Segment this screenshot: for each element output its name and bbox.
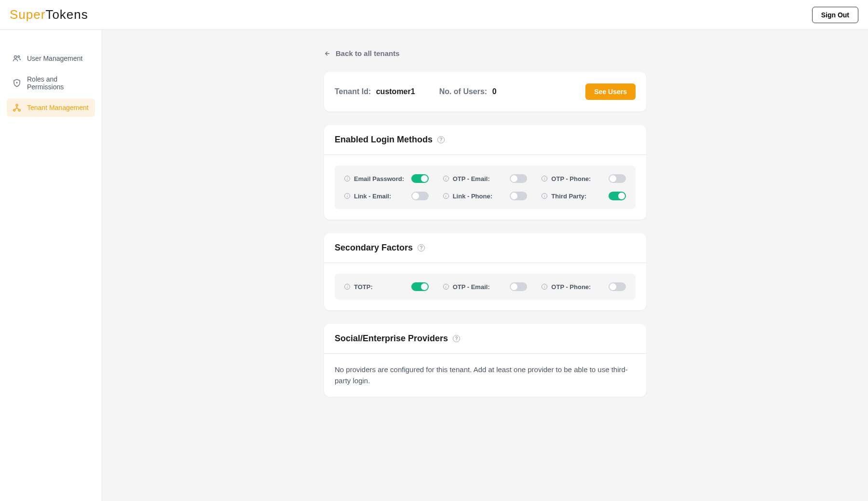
content: Back to all tenants Tenant Id: customer1… [102,30,868,501]
toggle-knob [618,193,625,199]
info-icon[interactable]: i [542,176,547,181]
login-methods-grid: i Email Password: i OTP - Email: [335,166,636,209]
tenant-id-value: customer1 [376,87,415,96]
sidebar: User Management Roles and Permissions Te… [0,30,102,501]
help-icon[interactable]: ? [437,136,445,143]
tenant-header: Tenant Id: customer1 No. of Users: 0 See… [324,72,646,111]
tenant-card: Tenant Id: customer1 No. of Users: 0 See… [324,72,646,111]
help-icon[interactable]: ? [418,244,425,251]
toggle-knob [421,283,428,290]
content-inner: Back to all tenants Tenant Id: customer1… [324,49,646,397]
toggle-label: Link - Email: [354,193,391,200]
toggle-switch-sf-otp-email[interactable] [510,282,527,291]
see-users-button[interactable]: See Users [585,84,636,100]
toggle-knob [511,193,517,199]
toggle-link-phone: i Link - Phone: [443,192,528,200]
toggle-otp-email: i OTP - Email: [443,174,528,183]
toggle-label-wrapper: i Email Password: [344,175,404,182]
toggle-label: Email Password: [354,175,404,182]
sidebar-item-roles[interactable]: Roles and Permissions [7,70,95,96]
info-icon[interactable]: i [443,193,449,199]
info-icon[interactable]: i [344,284,350,290]
logo-suffix: Tokens [45,7,88,22]
toggle-switch-email-password[interactable] [411,174,429,183]
tenant-id-group: Tenant Id: customer1 [335,87,415,96]
toggle-label-wrapper: i OTP - Email: [443,175,490,182]
info-icon[interactable]: i [443,176,449,181]
signout-button[interactable]: Sign Out [812,7,858,23]
toggle-label: OTP - Phone: [551,175,591,182]
login-methods-title: Enabled Login Methods [335,135,433,145]
toggle-knob [412,193,419,199]
toggle-knob [421,175,428,182]
toggle-label-wrapper: i OTP - Phone: [542,283,591,291]
toggle-knob [511,283,517,290]
users-icon [13,54,21,63]
toggle-totp: i TOTP: [344,282,429,291]
info-icon[interactable]: i [443,284,449,290]
toggle-link-email: i Link - Email: [344,192,429,200]
tenant-id-label: Tenant Id: [335,87,371,96]
svg-point-0 [14,56,16,58]
tenant-info: Tenant Id: customer1 No. of Users: 0 [335,87,497,96]
toggle-switch-totp[interactable] [411,282,429,291]
toggle-sf-otp-email: i OTP - Email: [443,282,528,291]
toggle-label: OTP - Phone: [551,283,591,291]
main-container: User Management Roles and Permissions Te… [0,30,868,501]
network-icon [13,103,21,112]
svg-point-1 [18,56,20,57]
login-methods-header: Enabled Login Methods ? [324,125,646,155]
toggle-label-wrapper: i Third Party: [542,193,586,200]
toggle-label-wrapper: i TOTP: [344,283,373,291]
help-icon[interactable]: ? [453,335,460,342]
sidebar-item-users[interactable]: User Management [7,49,95,68]
toggle-third-party: i Third Party: [542,192,626,200]
toggle-switch-sf-otp-phone[interactable] [609,282,626,291]
login-methods-body: i Email Password: i OTP - Email: [324,155,646,220]
arrow-left-icon [324,50,331,57]
toggle-knob [610,175,616,182]
sidebar-item-label: Tenant Management [27,104,89,111]
toggle-switch-third-party[interactable] [609,192,626,200]
secondary-factors-body: i TOTP: i OTP - Email: [324,263,646,310]
toggle-switch-otp-email[interactable] [510,174,527,183]
info-icon[interactable]: i [542,284,547,290]
secondary-factors-title: Secondary Factors [335,243,413,253]
logo: SuperTokens [10,7,88,22]
svg-point-2 [16,83,17,84]
info-icon[interactable]: i [344,176,350,181]
providers-title: Social/Enterprise Providers [335,334,448,344]
sidebar-item-label: User Management [27,55,82,62]
toggle-label: OTP - Email: [453,283,490,291]
providers-text: No providers are configured for this ten… [335,364,636,386]
toggle-label-wrapper: i OTP - Email: [443,283,490,291]
providers-header: Social/Enterprise Providers ? [324,324,646,354]
back-label: Back to all tenants [336,49,400,57]
toggle-label: Third Party: [551,193,586,200]
shield-icon [13,79,21,87]
info-icon[interactable]: i [542,193,547,199]
info-icon[interactable]: i [344,193,350,199]
header: SuperTokens Sign Out [0,0,868,30]
toggle-switch-link-phone[interactable] [510,192,527,200]
providers-card: Social/Enterprise Providers ? No provide… [324,324,646,397]
back-link[interactable]: Back to all tenants [324,49,646,57]
toggle-knob [511,175,517,182]
toggle-switch-link-email[interactable] [411,192,429,200]
toggle-knob [610,283,616,290]
secondary-factors-grid: i TOTP: i OTP - Email: [335,274,636,300]
providers-body: No providers are configured for this ten… [324,354,646,397]
toggle-label-wrapper: i Link - Phone: [443,193,492,200]
toggle-switch-otp-phone[interactable] [609,174,626,183]
login-methods-card: Enabled Login Methods ? i Email Password… [324,125,646,220]
users-count-group: No. of Users: 0 [439,87,497,96]
secondary-factors-card: Secondary Factors ? i TOTP: [324,233,646,310]
secondary-factors-header: Secondary Factors ? [324,233,646,263]
toggle-email-password: i Email Password: [344,174,429,183]
logo-prefix: Super [10,7,45,22]
toggle-sf-otp-phone: i OTP - Phone: [542,282,626,291]
sidebar-item-label: Roles and Permissions [27,75,89,91]
sidebar-item-tenant[interactable]: Tenant Management [7,98,95,117]
toggle-label: OTP - Email: [453,175,490,182]
toggle-otp-phone: i OTP - Phone: [542,174,626,183]
